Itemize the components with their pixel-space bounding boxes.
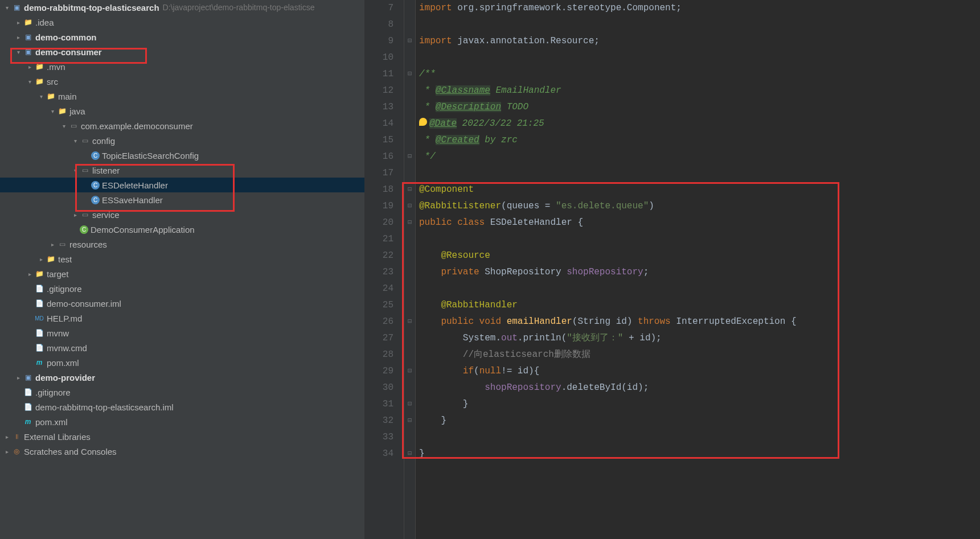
- fold-marker[interactable]: [404, 83, 415, 99]
- chevron-right-icon: ▸: [71, 212, 80, 218]
- java-class-icon: C: [91, 181, 100, 190]
- fold-marker[interactable]: ⊟: [404, 66, 415, 83]
- fold-marker[interactable]: ⊟: [404, 363, 415, 380]
- code-area[interactable]: import org.springframework.stereotype.Co…: [416, 0, 980, 539]
- fold-marker[interactable]: ⊟: [404, 413, 415, 429]
- project-tree[interactable]: ▾ ▣ demo-rabbitmq-top-elasticsearch D:\j…: [0, 0, 364, 539]
- tree-resources[interactable]: ▸ ▭ resources: [0, 237, 364, 252]
- line-number: 29: [364, 363, 393, 380]
- tree-package[interactable]: ▾ ▭ com.example.democonsumer: [0, 118, 364, 133]
- tree-iml[interactable]: 📄 demo-consumer.iml: [0, 296, 364, 311]
- tree-root-gitignore[interactable]: 📄 .gitignore: [0, 385, 364, 400]
- tree-config[interactable]: ▾ ▭ config: [0, 133, 364, 148]
- package-icon: ▭: [80, 209, 90, 220]
- folder-icon: 📁: [34, 76, 44, 87]
- tree-help[interactable]: MD HELP.md: [0, 311, 364, 326]
- fold-marker[interactable]: [404, 99, 415, 116]
- fold-marker[interactable]: [404, 17, 415, 33]
- fold-marker[interactable]: ⊟: [404, 314, 415, 330]
- fold-marker[interactable]: [404, 132, 415, 149]
- tree-target[interactable]: ▸ 📁 target: [0, 266, 364, 281]
- file-icon: 📄: [34, 343, 44, 353]
- tree-topic-config[interactable]: C TopicElasticSearchConfig: [0, 148, 364, 163]
- resource-folder-icon: ▭: [57, 239, 67, 249]
- line-gutter: 7891011121314151617181920212223242526272…: [364, 0, 404, 539]
- line-number: 19: [364, 198, 393, 215]
- fold-marker[interactable]: [404, 264, 415, 281]
- tree-es-delete[interactable]: C ESDeleteHandler: [0, 178, 364, 192]
- fold-marker[interactable]: ⊟: [404, 149, 415, 165]
- code-line-26: public void emailHandler(String id) thro…: [419, 314, 980, 330]
- code-line-18: @Component: [419, 182, 980, 198]
- fold-marker[interactable]: [404, 330, 415, 347]
- chevron-down-icon: ▾: [2, 5, 11, 11]
- tree-demo-consumer[interactable]: ▾ ▣ demo-consumer: [0, 44, 364, 59]
- fold-marker[interactable]: [404, 281, 415, 297]
- folder-icon: 📁: [23, 17, 33, 27]
- code-editor[interactable]: 7891011121314151617181920212223242526272…: [364, 0, 980, 539]
- root-iml-label: demo-rabbitmq-top-elasticsearch.iml: [35, 402, 174, 412]
- tree-idea[interactable]: ▸ 📁 .idea: [0, 15, 364, 30]
- tree-root-pom[interactable]: m pom.xml: [0, 414, 364, 429]
- tree-main[interactable]: ▾ 📁 main: [0, 89, 364, 104]
- tree-demo-common[interactable]: ▸ ▣ demo-common: [0, 30, 364, 44]
- tree-external-libraries[interactable]: ▸ ⫴ External Libraries: [0, 429, 364, 444]
- demo-common-label: demo-common: [35, 32, 97, 42]
- fold-marker[interactable]: [404, 297, 415, 314]
- module-icon: ▣: [23, 47, 33, 57]
- line-number: 21: [364, 231, 393, 248]
- help-label: HELP.md: [47, 314, 82, 323]
- tree-root-iml[interactable]: 📄 demo-rabbitmq-top-elasticsearch.iml: [0, 400, 364, 414]
- tree-mvnw-cmd[interactable]: 📄 mvnw.cmd: [0, 340, 364, 355]
- intention-bulb-icon[interactable]: [419, 118, 427, 126]
- folder-icon: 📁: [46, 254, 56, 264]
- fold-marker[interactable]: [404, 231, 415, 248]
- fold-marker[interactable]: [404, 248, 415, 264]
- fold-marker[interactable]: [404, 380, 415, 396]
- fold-marker[interactable]: ⊟: [404, 182, 415, 198]
- tree-mvnw[interactable]: 📄 mvnw: [0, 326, 364, 340]
- fold-marker[interactable]: ⊟: [404, 198, 415, 215]
- line-number: 8: [364, 17, 393, 33]
- code-line-31: }: [419, 396, 980, 413]
- tree-app[interactable]: C DemoConsumerApplication: [0, 222, 364, 237]
- tree-test[interactable]: ▸ 📁 test: [0, 252, 364, 266]
- line-number: 18: [364, 182, 393, 198]
- line-number: 7: [364, 0, 393, 17]
- tree-root[interactable]: ▾ ▣ demo-rabbitmq-top-elasticsearch D:\j…: [0, 0, 364, 15]
- fold-marker[interactable]: [404, 347, 415, 363]
- tree-mvn[interactable]: ▸ 📁 .mvn: [0, 59, 364, 74]
- line-number: 27: [364, 330, 393, 347]
- package-icon: ▭: [80, 165, 90, 175]
- line-number: 9: [364, 33, 393, 50]
- tree-src[interactable]: ▾ 📁 src: [0, 74, 364, 89]
- chevron-right-icon: ▸: [48, 241, 57, 248]
- code-line-32: }: [419, 413, 980, 429]
- tree-demo-provider[interactable]: ▸ ▣ demo-provider: [0, 370, 364, 385]
- tree-java[interactable]: ▾ 📁 java: [0, 104, 364, 118]
- tree-pom[interactable]: m pom.xml: [0, 355, 364, 370]
- maven-icon: m: [34, 357, 44, 368]
- line-number: 14: [364, 116, 393, 132]
- chevron-down-icon: ▾: [14, 49, 23, 55]
- line-number: 15: [364, 132, 393, 149]
- fold-marker[interactable]: [404, 165, 415, 182]
- tree-es-save[interactable]: C ESSaveHandler: [0, 192, 364, 207]
- tree-gitignore[interactable]: 📄 .gitignore: [0, 281, 364, 296]
- fold-marker[interactable]: ⊟: [404, 215, 415, 231]
- fold-marker[interactable]: ⊟: [404, 446, 415, 462]
- fold-marker[interactable]: ⊟: [404, 33, 415, 50]
- listener-label: listener: [92, 166, 120, 175]
- fold-marker[interactable]: [404, 50, 415, 66]
- fold-marker[interactable]: [404, 116, 415, 132]
- fold-marker[interactable]: [404, 0, 415, 17]
- idea-label: .idea: [35, 18, 54, 27]
- tree-listener[interactable]: ▾ ▭ listener: [0, 163, 364, 178]
- fold-marker[interactable]: ⊟: [404, 396, 415, 413]
- tree-service[interactable]: ▸ ▭ service: [0, 207, 364, 222]
- fold-marker[interactable]: [404, 429, 415, 446]
- file-icon: 📄: [23, 387, 33, 397]
- chevron-down-icon: ▾: [59, 123, 68, 129]
- line-number: 12: [364, 83, 393, 99]
- tree-scratches[interactable]: ▸ ◎ Scratches and Consoles: [0, 444, 364, 459]
